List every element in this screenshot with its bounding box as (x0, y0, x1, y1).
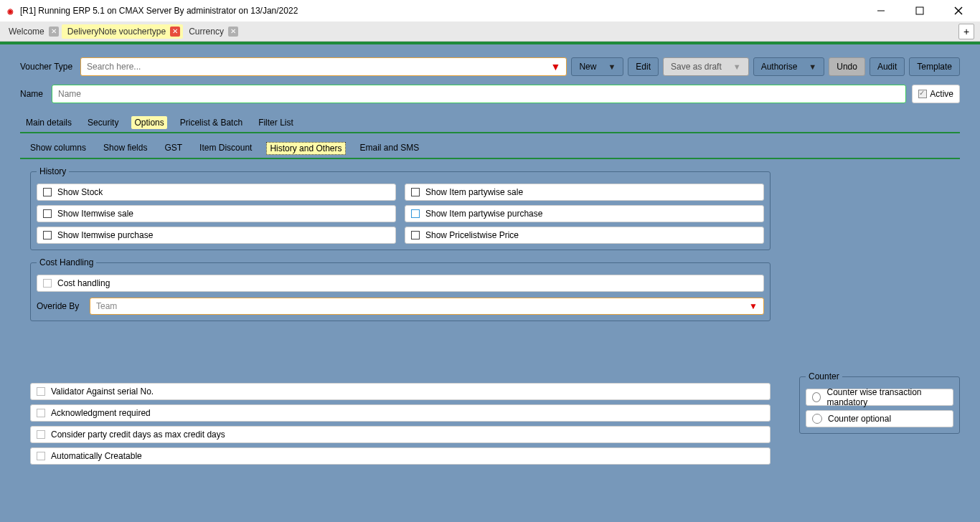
button-label: Undo (837, 62, 857, 72)
tab-main-details[interactable]: Main details (23, 116, 75, 129)
history-legend: History (37, 166, 69, 176)
tab-email-sms[interactable]: Email and SMS (357, 142, 423, 155)
check-icon (918, 90, 927, 98)
tab-show-fields[interactable]: Show fields (100, 142, 150, 155)
button-label: Template (917, 62, 952, 72)
chk-itemwise-purchase[interactable]: Show Itemwise purchase (37, 227, 396, 244)
svg-line-3 (955, 7, 962, 14)
voucher-type-row: Voucher Type ▼ New▼ Edit Save as draft▼ … (20, 57, 960, 76)
workarea: Voucher Type ▼ New▼ Edit Save as draft▼ … (0, 44, 980, 522)
chk-itemwise-sale[interactable]: Show Itemwise sale (37, 205, 396, 222)
button-label: Edit (636, 62, 651, 72)
tab-history-others[interactable]: History and Others (266, 142, 345, 155)
edit-button[interactable]: Edit (628, 57, 659, 76)
new-button[interactable]: New▼ (571, 57, 623, 76)
chk-label: Show Itemwise sale (57, 209, 133, 219)
tab-deliverynote[interactable]: DeliveryNote vouchertype✕ (62, 24, 183, 39)
app-icon: ◉ (4, 5, 16, 16)
close-icon[interactable]: ✕ (49, 27, 59, 37)
checkbox-icon (37, 430, 45, 439)
tab-currency[interactable]: Currency✕ (183, 24, 241, 39)
checkbox-icon (43, 231, 52, 239)
chk-party-credit-days[interactable]: Consider party credit days as max credit… (30, 426, 771, 443)
lower-options: Validator Against serial No. Acknowledgm… (30, 383, 771, 465)
chk-show-stock[interactable]: Show Stock (37, 184, 396, 201)
chk-cost-handling[interactable]: Cost handling (37, 275, 764, 292)
close-icon[interactable]: ✕ (170, 27, 180, 37)
close-button[interactable] (944, 1, 973, 21)
chk-ack-required[interactable]: Acknowledgment required (30, 404, 771, 422)
button-label: New (579, 62, 596, 72)
counter-wrap: Counter Counter wise transaction mandato… (799, 371, 960, 434)
window-title: [R1] Running ERP 5.1 on CMAX Server By a… (20, 6, 867, 16)
chk-label: Show Pricelistwise Price (425, 230, 519, 240)
chk-label: Acknowledgment required (51, 408, 151, 418)
chk-validator-serial[interactable]: Validator Against serial No. (30, 383, 771, 400)
chk-item-partywise-purchase[interactable]: Show Item partywise purchase (405, 205, 764, 222)
tab-security[interactable]: Security (85, 116, 121, 129)
counter-legend: Counter (806, 371, 842, 381)
caret-down-icon: ▼ (749, 301, 758, 311)
voucher-type-search[interactable]: ▼ (80, 57, 567, 76)
active-checkbox[interactable]: Active (912, 85, 960, 103)
caret-down-icon: ▼ (733, 62, 741, 71)
checkbox-icon (411, 188, 420, 196)
radio-counter-optional[interactable]: Counter optional (806, 410, 953, 427)
tab-show-columns[interactable]: Show columns (27, 142, 89, 155)
cost-legend: Cost Handling (37, 257, 96, 267)
tab-filter-list[interactable]: Filter List (255, 116, 296, 129)
chk-label: Show Item partywise sale (425, 187, 523, 197)
add-tab-button[interactable]: + (958, 24, 974, 39)
chk-pricelistwise-price[interactable]: Show Pricelistwise Price (405, 227, 764, 244)
tab-pricelist-batch[interactable]: Pricelist & Batch (177, 116, 245, 129)
audit-button[interactable]: Audit (870, 57, 905, 76)
save-as-draft-button[interactable]: Save as draft▼ (663, 57, 749, 76)
name-row: Name Active (20, 85, 960, 103)
tab-label: Currency (189, 27, 224, 37)
tab-welcome[interactable]: Welcome✕ (3, 24, 62, 39)
active-label: Active (930, 89, 953, 99)
authorise-button[interactable]: Authorise▼ (753, 57, 825, 76)
main-tabs: Main details Security Options Pricelist … (20, 112, 960, 132)
override-value: Team (96, 301, 117, 311)
chk-item-partywise-sale[interactable]: Show Item partywise sale (405, 184, 764, 201)
button-label: Audit (877, 62, 897, 72)
checkbox-icon (411, 231, 420, 239)
radio-label: Counter optional (828, 414, 891, 424)
maximize-button[interactable] (905, 1, 934, 21)
search-input[interactable] (87, 62, 551, 72)
tab-label: DeliveryNote vouchertype (67, 27, 166, 37)
minimize-button[interactable] (867, 1, 895, 21)
svg-line-2 (955, 7, 962, 14)
undo-button[interactable]: Undo (829, 57, 865, 76)
radio-icon (812, 414, 822, 424)
chk-label: Show Item partywise purchase (425, 209, 542, 219)
voucher-type-label: Voucher Type (20, 62, 80, 72)
tab-options[interactable]: Options (131, 116, 166, 129)
tab-gst[interactable]: GST (161, 142, 185, 155)
option-tabs: Show columns Show fields GST Item Discou… (20, 141, 960, 158)
caret-down-icon: ▼ (809, 62, 816, 71)
checkbox-icon (43, 209, 52, 218)
chk-label: Show Stock (57, 187, 103, 197)
window-titlebar: ◉ [R1] Running ERP 5.1 on CMAX Server By… (0, 0, 980, 22)
checkbox-icon (43, 279, 52, 288)
chk-label: Show Itemwise purchase (57, 230, 153, 240)
template-button[interactable]: Template (909, 57, 960, 76)
caret-down-icon: ▼ (608, 62, 616, 71)
name-label: Name (20, 89, 52, 99)
button-label: Save as draft (671, 62, 722, 72)
chk-auto-creatable[interactable]: Automatically Creatable (30, 447, 771, 465)
counter-fieldset: Counter Counter wise transaction mandato… (799, 371, 960, 434)
caret-down-icon: ▼ (551, 61, 561, 72)
close-icon[interactable]: ✕ (228, 27, 238, 37)
button-label: Authorise (761, 62, 798, 72)
cost-handling-fieldset: Cost Handling Cost handling Overide By T… (30, 257, 771, 321)
name-input[interactable] (58, 89, 900, 99)
tab-item-discount[interactable]: Item Discount (197, 142, 255, 155)
name-field-wrap[interactable] (52, 85, 906, 103)
radio-counter-mandatory[interactable]: Counter wise transaction mandatory (806, 389, 953, 406)
override-by-select[interactable]: Team ▼ (90, 298, 764, 315)
window-controls (867, 1, 973, 21)
chk-label: Consider party credit days as max credit… (51, 430, 225, 440)
